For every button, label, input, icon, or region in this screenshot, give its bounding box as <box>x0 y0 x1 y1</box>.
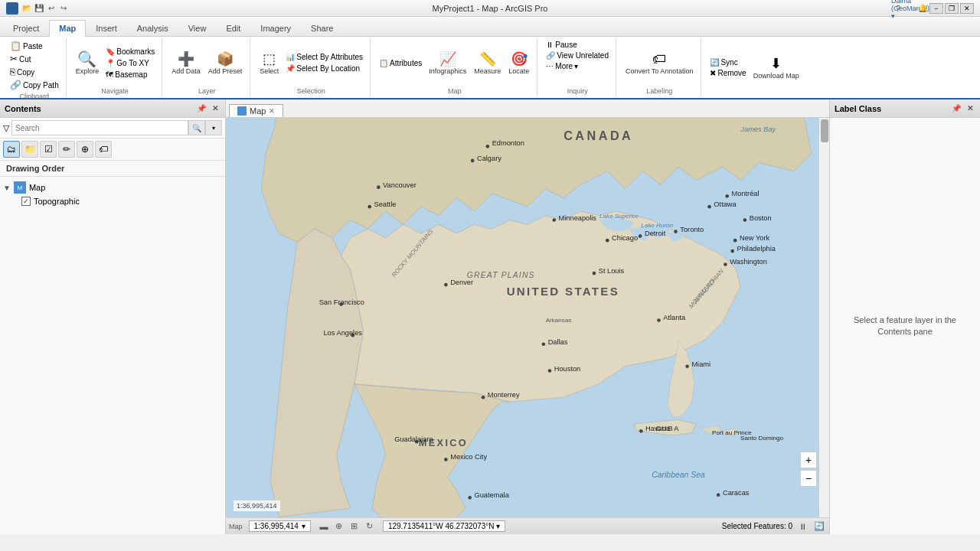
copy-path-icon: 🔗 <box>10 80 21 90</box>
pin-right-panel-button[interactable]: 📌 <box>951 103 962 114</box>
chicago-dot <box>606 239 609 243</box>
status-bar: Map 1:36,995,414 ▾ ▬ ⊕ ⊞ ↻ 129.7135411°W… <box>226 517 829 534</box>
notifications-icon[interactable]: 🔔 <box>917 3 928 14</box>
list-by-editing-button[interactable]: ✏ <box>58 141 75 158</box>
restore-button[interactable]: ❐ <box>945 3 959 14</box>
ribbon-group-offline: 🔄 Sync ✖ Remove ⬇ Download Map Offline <box>703 38 806 96</box>
go-to-xy-button[interactable]: 📍 Go To XY <box>103 58 157 68</box>
monterrey-dot <box>482 396 485 399</box>
list-by-snapping-button[interactable]: ⊕ <box>77 141 93 158</box>
stlouis-label: St Louis <box>599 267 625 275</box>
list-by-labeling-button[interactable]: 🏷 <box>95 141 112 158</box>
bookmarks-button[interactable]: 🔖 Bookmarks <box>103 47 157 57</box>
north-arrow-toggle[interactable]: ⊕ <box>332 520 346 533</box>
havana-label: Havana <box>645 425 671 432</box>
close-panel-button[interactable]: ✕ <box>210 103 220 114</box>
select-by-attributes-button[interactable]: 📊 Select By Attributes <box>283 52 365 62</box>
map-tab-close[interactable]: ✕ <box>269 107 275 115</box>
pause-rendering-button[interactable]: ⏸ <box>795 520 809 533</box>
more-icon: ⋯ <box>546 62 554 70</box>
more-button[interactable]: ⋯ More ▾ <box>544 61 580 71</box>
paste-button[interactable]: 📋 Paste <box>8 40 45 52</box>
select-button[interactable]: ⬚ Select <box>256 48 282 77</box>
download-map-button[interactable]: ⬇ Download Map <box>750 53 802 82</box>
edmonton-label: Edmonton <box>492 139 524 147</box>
drawing-order-label: Drawing Order <box>0 161 225 177</box>
select-by-location-button[interactable]: 📌 Select By Location <box>283 64 365 73</box>
explore-button[interactable]: 🔍 Explore <box>73 48 103 77</box>
map-view[interactable]: ROCKY MOUNTAINS APPALACHIAN MOUNTAINS CA… <box>226 118 829 517</box>
map-scrollbar[interactable] <box>818 118 829 517</box>
calgary-label: Calgary <box>477 155 501 162</box>
copy-button[interactable]: ⎘ Copy <box>8 66 37 78</box>
map-scrollbar-thumb[interactable] <box>821 119 828 142</box>
quick-access-save[interactable]: 💾 <box>34 3 44 14</box>
washington-label: Washington <box>730 258 767 266</box>
dallas-dot <box>542 342 546 346</box>
tab-edit[interactable]: Edit <box>216 19 250 36</box>
basemap-icon: 🗺 <box>106 70 113 79</box>
quick-access-open[interactable]: 📂 <box>21 3 32 14</box>
tab-map[interactable]: Map <box>49 20 86 37</box>
pin-panel-button[interactable]: 📌 <box>196 103 207 114</box>
tab-view[interactable]: View <box>178 19 217 36</box>
scale-box[interactable]: 1:36,995,414 ▾ <box>249 520 311 532</box>
app-icon <box>6 2 18 15</box>
inquiry-label: Inquiry <box>567 86 588 95</box>
guatemala-label: Guatemala <box>474 491 509 499</box>
tab-project[interactable]: Project <box>3 19 49 36</box>
close-right-panel-button[interactable]: ✕ <box>965 103 975 114</box>
convert-to-annotation-button[interactable]: 🏷 Convert To Annotation <box>622 48 696 77</box>
list-by-drawing-order-button[interactable]: 🗂 <box>3 141 20 158</box>
add-data-button[interactable]: ➕ Add Data <box>168 48 204 77</box>
quick-access-undo[interactable]: ↩ <box>46 3 57 14</box>
pause-icon: ⏸ <box>546 41 554 49</box>
tab-insert[interactable]: Insert <box>86 19 127 36</box>
map-layer-name[interactable]: Map <box>29 183 45 192</box>
toronto-dot <box>674 230 678 233</box>
list-by-selection-button[interactable]: ☑ <box>40 141 57 158</box>
copy-path-button[interactable]: 🔗 Copy Path <box>8 79 61 91</box>
refresh-button[interactable]: 🔄 <box>812 520 826 533</box>
scale-bar-toggle[interactable]: ▬ <box>317 520 331 533</box>
attributes-button[interactable]: 📋 Attributes <box>377 58 424 68</box>
miami-dot <box>685 364 689 368</box>
measure-button[interactable]: 📏 Measure <box>471 48 504 77</box>
user-account[interactable]: Dalma (GeoMarcel) ▾ <box>905 3 916 14</box>
topographic-checkbox[interactable]: ✓ <box>21 197 31 206</box>
cut-button[interactable]: ✂ Cut <box>8 53 34 65</box>
grid-toggle[interactable]: ⊞ <box>348 520 361 533</box>
coordinates-value: 129.7135411°W 46.2732073°N <box>388 522 495 530</box>
close-button[interactable]: ✕ <box>960 3 974 14</box>
search-input[interactable] <box>11 120 188 135</box>
search-button[interactable]: 🔍 <box>188 120 205 135</box>
list-by-source-button[interactable]: 📁 <box>21 141 38 158</box>
explore-icon: 🔍 <box>78 50 96 68</box>
add-preset-button[interactable]: 📦 Add Preset <box>205 48 246 77</box>
detroit-dot <box>639 234 642 238</box>
stlouis-dot <box>593 272 596 276</box>
tab-share[interactable]: Share <box>301 19 343 36</box>
quick-access-redo[interactable]: ↪ <box>58 3 69 14</box>
zoom-out-button[interactable]: − <box>800 470 817 487</box>
search-options-button[interactable]: ▾ <box>205 120 222 135</box>
tab-imagery[interactable]: Imagery <box>250 19 301 36</box>
sync-button[interactable]: 🔄 Sync <box>707 57 748 67</box>
zoom-in-button[interactable]: + <box>800 452 817 468</box>
map-svg: ROCKY MOUNTAINS APPALACHIAN MOUNTAINS CA… <box>226 118 829 517</box>
expand-arrow-map[interactable]: ▼ <box>3 184 11 192</box>
pause-button[interactable]: ⏸ Pause <box>544 40 579 50</box>
remove-button[interactable]: ✖ Remove <box>707 68 748 78</box>
map-tab[interactable]: Map ✕ <box>229 104 283 117</box>
view-unrelated-button[interactable]: 🔗 View Unrelated <box>544 51 611 60</box>
infographics-button[interactable]: 📈 Infographics <box>426 48 469 77</box>
minimize-button[interactable]: − <box>929 3 943 14</box>
united-states-label: UNITED STATES <box>507 285 619 298</box>
topographic-layer-name[interactable]: Topographic <box>34 197 80 206</box>
window-controls: ? Dalma (GeoMarcel) ▾ 🔔 − ❐ ✕ <box>893 3 974 14</box>
guatemala-dot <box>468 496 472 500</box>
basemap-button[interactable]: 🗺 Basemap <box>103 70 157 80</box>
locate-button[interactable]: 🎯 Locate <box>505 48 532 77</box>
tab-analysis[interactable]: Analysis <box>127 19 178 36</box>
rotation-input[interactable]: ↻ <box>363 520 377 533</box>
